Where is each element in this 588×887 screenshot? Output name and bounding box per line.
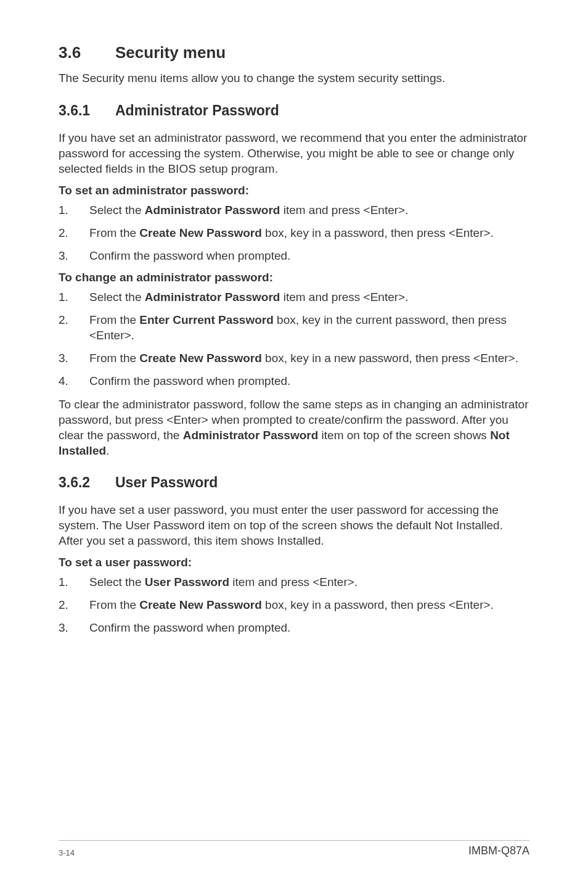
step-number: 1. [59,574,89,590]
step-text: Confirm the password when prompted. [89,620,529,635]
section-number: 3.6 [59,43,115,62]
section-heading: 3.6Security menu [59,43,529,62]
document-page: 3.6Security menu The Security menu items… [0,0,588,887]
subsection-number: 3.6.1 [59,102,115,119]
model-label: IMBM-Q87A [468,844,529,857]
step-text: From the Create New Password box, key in… [89,597,529,613]
list-item: 3. Confirm the password when prompted. [59,620,529,635]
step-number: 4. [59,373,89,389]
list-item: 2. From the Create New Password box, key… [59,597,529,613]
page-number: 3-14 [59,848,75,857]
subsection-intro: If you have set a user password, you mus… [59,502,529,548]
step-number: 2. [59,597,89,613]
page-footer: 3-14 IMBM-Q87A [59,840,529,857]
procedure-heading: To set a user password: [59,556,529,569]
step-text: Select the User Password item and press … [89,574,529,590]
step-number: 3. [59,248,89,263]
step-text: Confirm the password when prompted. [89,373,529,389]
step-number: 2. [59,225,89,241]
list-item: 2. From the Create New Password box, key… [59,225,529,241]
subsection-intro: If you have set an administrator passwor… [59,130,529,176]
procedure-heading: To change an administrator password: [59,271,529,284]
procedure-list: 1. Select the Administrator Password ite… [59,289,529,389]
subsection-title-text: User Password [115,474,218,490]
procedure-list: 1. Select the User Password item and pre… [59,574,529,635]
section-title-text: Security menu [115,43,226,62]
list-item: 3. Confirm the password when prompted. [59,248,529,263]
list-item: 4. Confirm the password when prompted. [59,373,529,389]
list-item: 1. Select the User Password item and pre… [59,574,529,590]
subsection-title-text: Administrator Password [115,102,279,118]
list-item: 3. From the Create New Password box, key… [59,350,529,366]
step-text: Select the Administrator Password item a… [89,202,529,218]
procedure-list: 1. Select the Administrator Password ite… [59,202,529,263]
step-number: 1. [59,289,89,305]
section-intro: The Security menu items allow you to cha… [59,71,529,86]
subsection-heading: 3.6.1Administrator Password [59,102,529,119]
step-text: From the Create New Password box, key in… [89,350,529,366]
step-number: 2. [59,312,89,343]
step-text: From the Create New Password box, key in… [89,225,529,241]
procedure-heading: To set an administrator password: [59,184,529,197]
step-number: 1. [59,202,89,218]
clear-password-paragraph: To clear the administrator password, fol… [59,397,529,458]
list-item: 1. Select the Administrator Password ite… [59,289,529,305]
step-text: From the Enter Current Password box, key… [89,312,529,343]
step-text: Confirm the password when prompted. [89,248,529,263]
list-item: 2. From the Enter Current Password box, … [59,312,529,343]
step-number: 3. [59,620,89,635]
subsection-heading: 3.6.2User Password [59,474,529,491]
subsection-number: 3.6.2 [59,474,115,491]
step-text: Select the Administrator Password item a… [89,289,529,305]
list-item: 1. Select the Administrator Password ite… [59,202,529,218]
step-number: 3. [59,350,89,366]
